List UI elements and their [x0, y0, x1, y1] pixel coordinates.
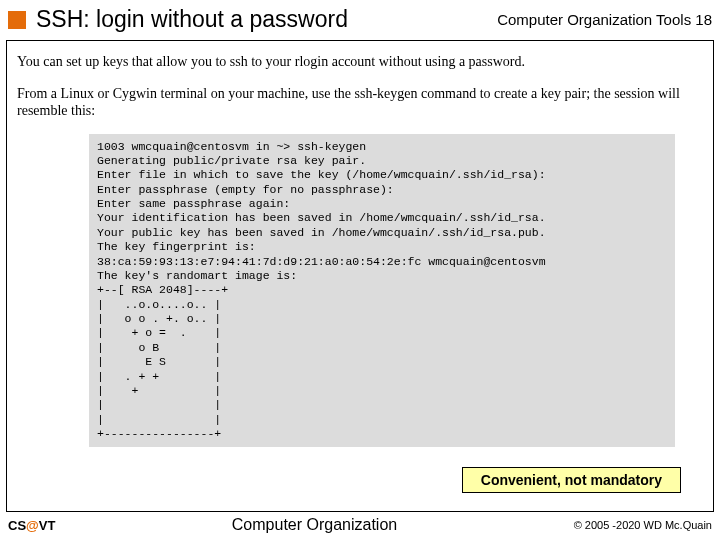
footer-org-suffix: VT	[39, 518, 56, 533]
footer-center: Computer Organization	[55, 516, 573, 534]
content-area: You can set up keys that allow you to ss…	[6, 40, 714, 512]
accent-square-icon	[8, 11, 26, 29]
slide-title: SSH: login without a password	[36, 6, 497, 33]
slide-footer: CS@VT Computer Organization © 2005 -2020…	[8, 514, 712, 536]
footer-copyright: © 2005 -2020 WD Mc.Quain	[574, 519, 712, 531]
header-section: Computer Organization Tools 18	[497, 11, 712, 28]
footer-org-prefix: CS	[8, 518, 26, 533]
page-number: 18	[695, 11, 712, 28]
intro-paragraph-1: You can set up keys that allow you to ss…	[17, 53, 703, 71]
footer-at-sign: @	[26, 518, 39, 533]
terminal-session-code: 1003 wmcquain@centosvm in ~> ssh-keygen …	[89, 134, 675, 448]
slide: SSH: login without a password Computer O…	[0, 0, 720, 540]
callout-note: Convenient, not mandatory	[462, 467, 681, 493]
intro-paragraph-2: From a Linux or Cygwin terminal on your …	[17, 85, 703, 120]
section-name: Computer Organization Tools	[497, 11, 691, 28]
slide-header: SSH: login without a password Computer O…	[0, 0, 720, 37]
footer-left: CS@VT	[8, 518, 55, 533]
